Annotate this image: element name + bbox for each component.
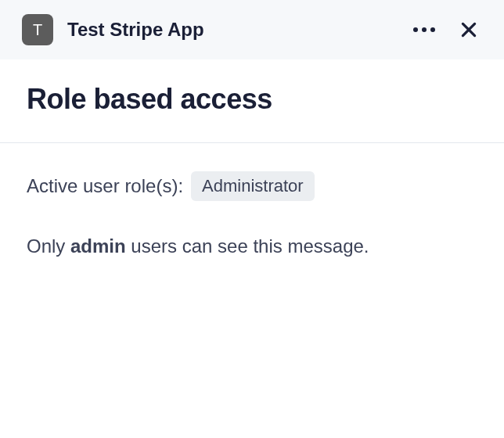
header-right	[407, 16, 482, 43]
ellipsis-icon	[413, 27, 418, 32]
role-badge: Administrator	[191, 171, 315, 201]
admin-message: Only admin users can see this message.	[27, 235, 477, 257]
ellipsis-icon	[430, 27, 435, 32]
close-icon	[459, 20, 479, 40]
role-label: Active user role(s):	[27, 175, 183, 197]
header-left: T Test Stripe App	[22, 14, 204, 45]
message-prefix: Only	[27, 235, 70, 257]
content-area: Active user role(s): Administrator Only …	[0, 143, 504, 285]
close-button[interactable]	[455, 16, 482, 43]
title-section: Role based access	[0, 59, 504, 143]
app-header: T Test Stripe App	[0, 0, 504, 59]
more-options-button[interactable]	[407, 21, 441, 38]
app-icon: T	[22, 14, 53, 45]
ellipsis-icon	[422, 27, 427, 32]
page-title: Role based access	[27, 83, 477, 116]
message-bold: admin	[70, 235, 126, 257]
message-suffix: users can see this message.	[126, 235, 369, 257]
role-row: Active user role(s): Administrator	[27, 171, 477, 201]
app-name: Test Stripe App	[67, 19, 204, 41]
app-icon-letter: T	[33, 21, 42, 39]
